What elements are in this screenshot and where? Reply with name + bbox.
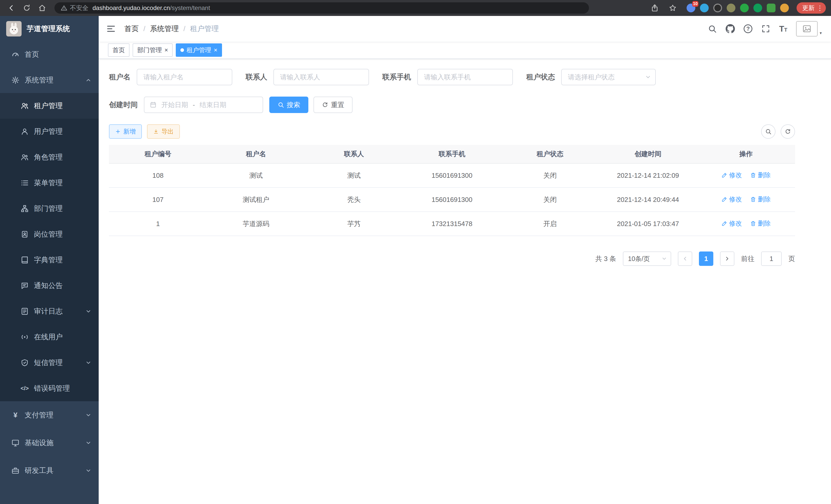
prev-page-button[interactable] xyxy=(678,251,692,266)
contact-label: 联系人 xyxy=(246,72,267,82)
help-icon[interactable]: ? xyxy=(744,24,752,33)
add-button[interactable]: 新增 xyxy=(109,124,142,139)
update-button[interactable]: 更新 ⋮ xyxy=(797,2,826,13)
search-icon[interactable] xyxy=(708,24,717,33)
update-label: 更新 xyxy=(802,4,814,12)
cell-tenant-id: 108 xyxy=(109,164,207,187)
sidebar-item-notice[interactable]: 通知公告 xyxy=(0,273,99,298)
breadcrumb-item[interactable]: 首页 xyxy=(124,24,139,34)
extension-icon[interactable] xyxy=(740,4,749,12)
chevron-down-icon xyxy=(85,308,91,315)
app-title: 芋道管理系统 xyxy=(27,24,70,34)
edit-link[interactable]: 修改 xyxy=(721,171,742,179)
plus-icon xyxy=(115,129,121,135)
github-icon[interactable] xyxy=(726,24,735,33)
breadcrumb: 首页 / 系统管理 / 租户管理 xyxy=(124,24,219,34)
edit-link[interactable]: 修改 xyxy=(721,195,742,203)
sidebar-item-infrastructure[interactable]: 基础设施 xyxy=(0,429,99,457)
sidebar-item-home[interactable]: 首页 xyxy=(0,41,99,67)
cell-actions: 修改 删除 xyxy=(697,212,795,236)
extension-icon[interactable] xyxy=(713,4,722,12)
goto-page-input[interactable] xyxy=(761,251,782,266)
tab-dept[interactable]: 部门管理 × xyxy=(133,43,173,57)
column-header: 联系人 xyxy=(305,145,403,164)
filter-create-time: 创建时间 开始日期 - 结束日期 xyxy=(109,97,263,113)
page-size-select[interactable]: 10条/页 xyxy=(623,251,671,266)
extension-icon[interactable] xyxy=(767,4,775,12)
url-domain: dashboard.yudao.iocoder.cn xyxy=(92,4,170,11)
chevron-up-icon xyxy=(85,77,91,83)
search-button[interactable]: 搜索 xyxy=(269,97,308,113)
column-header: 租户编号 xyxy=(109,145,207,164)
app-logo[interactable]: 芋道管理系统 xyxy=(0,16,99,41)
sidebar-item-role[interactable]: 角色管理 xyxy=(0,144,99,170)
filter-status: 租户状态 请选择租户状态 xyxy=(526,69,656,85)
tenant-name-input[interactable] xyxy=(137,69,232,85)
sidebar-item-error-code[interactable]: </> 错误码管理 xyxy=(0,376,99,401)
address-bar[interactable]: 不安全 dashboard.yudao.iocoder.cn/system/te… xyxy=(55,2,589,13)
extension-icon[interactable] xyxy=(727,4,736,12)
close-icon[interactable]: × xyxy=(165,47,168,53)
sidebar-item-devtools[interactable]: 研发工具 xyxy=(0,457,99,484)
page-number-button[interactable]: 1 xyxy=(699,251,713,266)
bookmark-star-icon[interactable] xyxy=(666,2,679,14)
delete-link[interactable]: 删除 xyxy=(750,195,771,203)
breadcrumb-separator: / xyxy=(183,25,185,33)
filter-row-2: 创建时间 开始日期 - 结束日期 搜索 重置 xyxy=(109,97,795,113)
delete-link[interactable]: 删除 xyxy=(750,171,771,179)
extension-icon[interactable]: 10 xyxy=(687,4,695,12)
extension-icon[interactable] xyxy=(780,4,789,12)
sidebar-item-audit-log[interactable]: 审计日志 xyxy=(0,298,99,324)
reload-icon[interactable] xyxy=(21,2,33,14)
document-icon xyxy=(21,307,29,316)
sidebar-item-tenant[interactable]: 租户管理 xyxy=(0,93,99,119)
sidebar-item-user[interactable]: 用户管理 xyxy=(0,119,99,144)
breadcrumb-item-current: 租户管理 xyxy=(190,24,219,34)
home-icon[interactable] xyxy=(36,2,48,14)
kebab-menu-icon[interactable]: ⋮ xyxy=(816,4,823,12)
cell-contact: 芋艿 xyxy=(305,212,403,236)
toolbox-icon xyxy=(11,467,20,475)
sidebar-item-system[interactable]: 系统管理 xyxy=(0,67,99,93)
reset-button[interactable]: 重置 xyxy=(314,97,352,113)
next-page-button[interactable] xyxy=(720,251,735,266)
sidebar-item-menu[interactable]: 菜单管理 xyxy=(0,170,99,196)
cell-contact: 秃头 xyxy=(305,187,403,212)
sidebar-item-post[interactable]: 岗位管理 xyxy=(0,221,99,247)
table-row: 107 测试租户 秃头 15601691300 关闭 2021-12-14 20… xyxy=(109,187,795,212)
export-button[interactable]: 导出 xyxy=(147,124,180,139)
back-icon[interactable] xyxy=(5,2,18,14)
sidebar-item-dict[interactable]: 字典管理 xyxy=(0,247,99,273)
toggle-search-button[interactable] xyxy=(761,124,775,139)
sidebar-item-payment[interactable]: ¥ 支付管理 xyxy=(0,401,99,429)
sidebar-item-sms[interactable]: 短信管理 xyxy=(0,350,99,376)
share-icon[interactable] xyxy=(649,2,661,14)
tab-tenant[interactable]: 租户管理 × xyxy=(176,43,222,57)
date-range-picker[interactable]: 开始日期 - 结束日期 xyxy=(144,97,263,113)
cell-actions: 修改 删除 xyxy=(697,187,795,212)
extension-icon[interactable] xyxy=(700,4,709,12)
calendar-icon xyxy=(149,101,157,109)
sidebar-item-online-user[interactable]: 在线用户 xyxy=(0,324,99,350)
refresh-button[interactable] xyxy=(781,124,795,139)
tab-home[interactable]: 首页 xyxy=(108,43,130,57)
id-badge-icon xyxy=(21,230,29,238)
fullscreen-icon[interactable] xyxy=(761,24,770,33)
cell-tenant-name: 测试租户 xyxy=(207,187,305,212)
sidebar-toggle-icon[interactable] xyxy=(106,24,116,34)
extension-icon[interactable] xyxy=(753,4,762,12)
font-size-icon[interactable]: TT xyxy=(779,25,787,33)
delete-link[interactable]: 删除 xyxy=(750,219,771,228)
contact-input[interactable] xyxy=(274,69,369,85)
status-select[interactable]: 请选择租户状态 xyxy=(561,69,656,85)
breadcrumb-item[interactable]: 系统管理 xyxy=(150,24,179,34)
table-row: 1 芋道源码 芋艿 17321315478 开启 2021-01-05 17:0… xyxy=(109,212,795,236)
phone-label: 联系手机 xyxy=(382,72,411,82)
phone-input[interactable] xyxy=(417,69,513,85)
shield-icon xyxy=(21,359,29,367)
sidebar-item-dept[interactable]: 部门管理 xyxy=(0,196,99,221)
close-icon[interactable]: × xyxy=(214,47,218,53)
avatar[interactable]: ▾ xyxy=(796,21,822,36)
search-icon xyxy=(278,101,284,108)
edit-link[interactable]: 修改 xyxy=(721,219,742,228)
